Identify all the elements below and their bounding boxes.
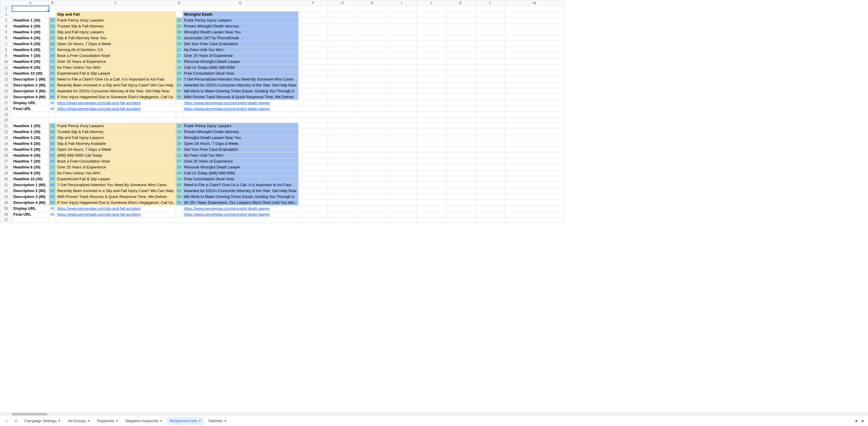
cell-L5[interactable] <box>475 29 505 35</box>
cell-L32[interactable] <box>475 188 505 194</box>
cell-A12[interactable]: Headline 10 (30) <box>12 70 49 76</box>
cell-D22[interactable]: 30 <box>176 129 182 135</box>
cell-L28[interactable] <box>475 164 505 170</box>
cell-C4[interactable]: Trusted Slip & Fall Attorney <box>56 23 176 29</box>
cell-F29[interactable] <box>298 170 328 176</box>
row-header-32[interactable]: 32 <box>0 188 12 194</box>
cell-H3[interactable] <box>357 18 387 23</box>
cell-E30[interactable]: Free Consultation! Book Now. <box>183 176 298 182</box>
cell-M6[interactable] <box>505 35 564 41</box>
cell-I26[interactable] <box>387 153 416 158</box>
cell-L24[interactable] <box>475 141 505 146</box>
cell-G34[interactable] <box>328 200 357 206</box>
cell-C23[interactable]: Slip and Fall Injury Lawyers <box>56 135 176 141</box>
cell-J24[interactable] <box>416 141 446 146</box>
cell-C29[interactable]: No Fees Unless You Win! <box>56 170 176 176</box>
cell-C9[interactable]: Book a Free Consultation Now! <box>56 53 176 59</box>
cell-C2[interactable]: Slip and Fall <box>56 11 176 18</box>
cell-I5[interactable] <box>387 29 416 35</box>
cell-A9[interactable]: Headline 7 (30) <box>12 53 49 59</box>
cell-L37[interactable] <box>475 218 505 223</box>
cell-D26[interactable]: 22 <box>176 153 182 158</box>
cell-L35[interactable] <box>475 206 505 211</box>
cell-K7[interactable] <box>446 41 475 47</box>
cell-F35[interactable] <box>298 206 328 211</box>
cell-I21[interactable] <box>387 123 416 129</box>
cell-K21[interactable] <box>446 123 475 129</box>
cell-A34[interactable]: Description 4 (90) <box>12 200 49 206</box>
cell-F17[interactable] <box>298 100 328 106</box>
cell-B22[interactable]: 28 <box>49 129 56 135</box>
cell-B24[interactable]: 30 <box>49 141 56 146</box>
cell-J22[interactable] <box>416 129 446 135</box>
cell-M36[interactable] <box>505 211 564 218</box>
cell-E21[interactable]: Frank Penny Injury Lawyers <box>183 123 298 129</box>
cell-M15[interactable] <box>505 88 564 94</box>
cell-I11[interactable] <box>387 65 416 70</box>
cell-H2[interactable] <box>357 11 387 18</box>
cell-G11[interactable] <box>328 65 357 70</box>
cell-G22[interactable] <box>328 129 357 135</box>
row-header-15[interactable]: 15 <box>0 88 12 94</box>
column-header-K[interactable]: K <box>446 0 475 6</box>
cell-J11[interactable] <box>416 65 446 70</box>
cell-C14[interactable]: Recently Been Involved in a Slip and Fal… <box>56 82 176 88</box>
row-header-14[interactable]: 14 <box>0 82 12 88</box>
row-header-13[interactable]: 13 <box>0 76 12 82</box>
cell-G14[interactable] <box>328 82 357 88</box>
cell-M22[interactable] <box>505 129 564 135</box>
cell-E16[interactable]: With Proven Track Records & Quick Respon… <box>183 94 298 100</box>
cell-A14[interactable]: Description 2 (90) <box>12 82 49 88</box>
cell-K9[interactable] <box>446 53 475 59</box>
cell-link[interactable]: https://www.penneylaw.com/slip-and-fall-… <box>57 106 141 111</box>
cell-F8[interactable] <box>298 47 328 53</box>
cell-L23[interactable] <box>475 135 505 141</box>
cell-M2[interactable] <box>505 11 564 18</box>
cell-E23[interactable]: Wrongful Death Lawyer Near You <box>183 135 298 141</box>
cell-link[interactable]: https://www.penneylaw.com/wrongful-death… <box>184 106 270 111</box>
cell-C22[interactable]: Trusted Slip & Fall Attorney <box>56 129 176 135</box>
cell-C31[interactable]: ? Get Personalized Attention You Need By… <box>56 182 176 188</box>
cell-E9[interactable]: Over 25 Years of Experience <box>183 53 298 59</box>
cell-G1[interactable] <box>328 6 357 11</box>
cell-J33[interactable] <box>416 194 446 200</box>
cell-G33[interactable] <box>328 194 357 200</box>
cell-C11[interactable]: No Fees Unless You Win! <box>56 65 176 70</box>
cell-M28[interactable] <box>505 164 564 170</box>
column-header-B[interactable]: B <box>49 0 56 6</box>
cell-G26[interactable] <box>328 153 357 158</box>
cell-K36[interactable] <box>446 211 475 218</box>
cell-G9[interactable] <box>328 53 357 59</box>
cell-J4[interactable] <box>416 23 446 29</box>
column-header-M[interactable]: M <box>505 0 564 6</box>
cell-A35[interactable]: Display URL <box>12 206 49 211</box>
cell-E33[interactable]: We Work to Make Grieving Times Easier, G… <box>183 194 298 200</box>
cell-I15[interactable] <box>387 88 416 94</box>
cell-I8[interactable] <box>387 47 416 53</box>
cell-E37[interactable] <box>183 218 298 223</box>
cell-F11[interactable] <box>298 65 328 70</box>
cell-J9[interactable] <box>416 53 446 59</box>
cell-H9[interactable] <box>357 53 387 59</box>
sheet-tab[interactable]: Ad Groups▼ <box>65 417 93 425</box>
cell-A26[interactable]: Headline 6 (30) <box>12 153 49 158</box>
cell-J15[interactable] <box>416 88 446 94</box>
row-header-18[interactable]: 18 <box>0 106 12 112</box>
cell-J13[interactable] <box>416 76 446 82</box>
cell-L3[interactable] <box>475 18 505 23</box>
cell-E20[interactable] <box>183 118 298 123</box>
cell-M9[interactable] <box>505 53 564 59</box>
cell-K25[interactable] <box>446 146 475 153</box>
cell-E3[interactable]: Frank Penny Injury Lawyers <box>183 18 298 23</box>
cell-H1[interactable] <box>357 6 387 11</box>
cell-J5[interactable] <box>416 29 446 35</box>
cell-C13[interactable]: Need to File a Claim? Give Us a Call. It… <box>56 76 176 82</box>
cell-F4[interactable] <box>298 23 328 29</box>
cell-L18[interactable] <box>475 106 505 112</box>
cell-D27[interactable]: 27 <box>176 158 182 164</box>
cell-H8[interactable] <box>357 47 387 53</box>
cell-E4[interactable]: Proven Wrongful Death Attorney <box>183 23 298 29</box>
cell-J37[interactable] <box>416 218 446 223</box>
cell-D21[interactable]: 26 <box>176 123 182 129</box>
cell-I35[interactable] <box>387 206 416 211</box>
